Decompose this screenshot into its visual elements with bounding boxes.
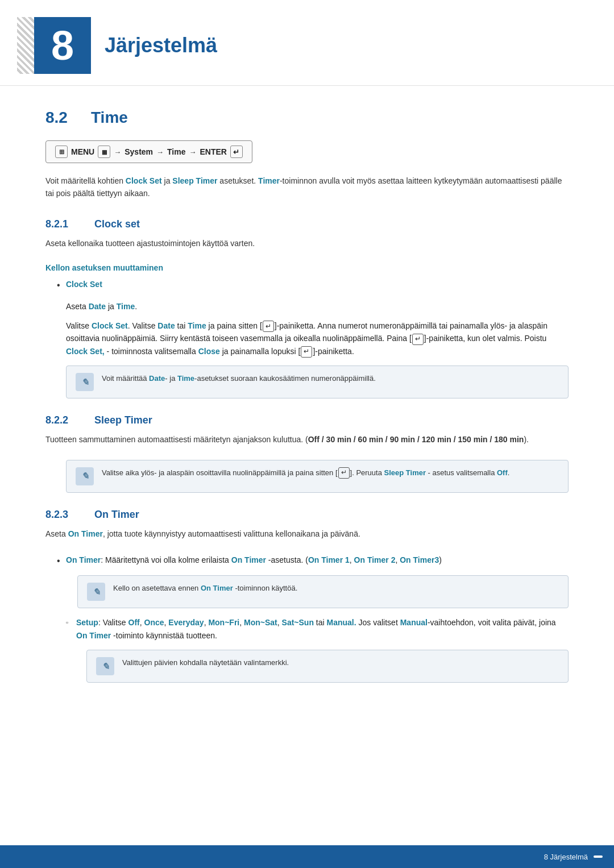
sleep-body-1: Tuotteen sammuttaminen automaattisesti m…	[45, 435, 308, 444]
section-8-2-3-num: 8.2.3	[45, 509, 85, 521]
setup-on-timer: On Timer	[76, 631, 111, 640]
setup-text-9: -vaihtoehdon, voit valita päivät, joina	[428, 618, 556, 627]
time-label: Time	[167, 147, 185, 156]
setup-off: Off	[128, 618, 140, 627]
sleep-body-2: ).	[524, 435, 529, 444]
sub2-text1: Valitse	[66, 321, 92, 330]
chapter-title: Järjestelmä	[105, 34, 217, 57]
section-8-2-2-num: 8.2.2	[45, 414, 85, 426]
sub2-text7: - toiminnosta valitsemalla	[105, 347, 198, 356]
clock-set-bold: Clock Set	[126, 176, 162, 185]
on-timer-3: On Timer	[400, 555, 434, 564]
on-timer-bold2: On Timer	[231, 555, 266, 564]
sleep-note-text-1: Valitse aika ylös- ja alaspäin osoittavi…	[102, 468, 338, 477]
section-8-2-1-heading: 8.2.1 Clock set	[45, 218, 569, 230]
setup-text-2: ,	[140, 618, 144, 627]
sub1-date: Date	[89, 302, 106, 311]
section-8-2-num: 8.2	[45, 109, 80, 127]
page-header: 8 Järjestelmä	[0, 0, 614, 86]
sleep-timer-note: ✎ Valitse aika ylös- ja alaspäin osoitta…	[66, 460, 569, 493]
note-text-3: -asetukset suoraan kaukosäätimen numeron…	[194, 374, 376, 383]
footer-num	[594, 855, 603, 858]
chapter-number: 8	[51, 22, 74, 69]
sleep-note-text-3: - asetus valitsemalla	[426, 468, 497, 477]
section-8-2-3-heading: 8.2.3 On Timer	[45, 509, 569, 521]
section-8-2-title: Time	[91, 109, 128, 127]
setup-bullet-item: Setup: Valitse Off, Once, Everyday, Mon~…	[66, 616, 569, 642]
sub1-text3: .	[135, 302, 137, 311]
on-timer-btext-1: : Määritettynä voi olla kolme erilaista	[101, 555, 231, 564]
sub1-text2: ja	[106, 302, 117, 311]
setup-text-10: -toiminto käynnistää tuotteen.	[111, 631, 217, 640]
sleep-options: Off / 30 min / 60 min / 90 min / 120 min…	[308, 435, 524, 444]
system-label: System	[125, 147, 153, 156]
on-timer-body-1: Aseta	[45, 529, 68, 538]
section-8-2-2-title: Sleep Timer	[94, 414, 152, 426]
sub2-text4: ja paina sitten [	[206, 321, 262, 330]
clock-set-sub1: Aseta Date ja Time.	[45, 300, 569, 313]
on-timer-bullet-list: On Timer: Määritettynä voi olla kolme er…	[45, 554, 569, 566]
note-icon-4: ✎	[96, 657, 114, 675]
final-note: ✎ Valittujen päivien kohdalla näytetään …	[86, 650, 569, 683]
section-8-2-2-heading: 8.2.2 Sleep Timer	[45, 414, 569, 426]
setup-monfri: Mon~Fri	[208, 618, 239, 627]
on-timer-btext-5: )	[439, 555, 442, 564]
menu-label: MENU	[71, 147, 94, 156]
intro-text-3: asetukset.	[217, 176, 258, 185]
sub2-text8: ja painamalla lopuksi [	[220, 347, 301, 356]
sub2-text3: tai	[175, 321, 188, 330]
clock-set-bullet-list: Clock Set	[45, 278, 569, 290]
sleep-note-text-2: ]. Peruuta	[350, 468, 384, 477]
note-icon-1: ✎	[76, 373, 94, 391]
setup-satson: Sat~Sun	[282, 618, 314, 627]
setup-monsat: Mon~Sat	[244, 618, 277, 627]
setup-everyday: Everyday	[168, 618, 204, 627]
note-text-1: Voit määrittää	[102, 374, 149, 383]
sub2-date: Date	[157, 321, 175, 330]
enter-icon-inline-4: ↵	[338, 467, 350, 479]
chapter-number-box: 8	[34, 17, 91, 74]
menu-icon: ⊞	[55, 146, 68, 158]
arrow-2: →	[156, 148, 164, 156]
on-timer-note: ✎ Kello on asetettava ennen On Timer -to…	[77, 575, 569, 608]
arrow-3: →	[189, 148, 196, 156]
final-note-text: Valittujen päivien kohdalla näytetään va…	[122, 657, 289, 669]
grid-icon: ▦	[98, 146, 110, 158]
sub2-cs: Clock Set	[92, 321, 128, 330]
on-timer-1: On Timer 1	[308, 555, 350, 564]
note-text-2: - ja	[165, 374, 177, 383]
enter-icon-inline-1: ↵	[263, 321, 274, 332]
section-8-2-1-num: 8.2.1	[45, 218, 85, 230]
sub2-time: Time	[188, 321, 206, 330]
section-8-2-3-body: Aseta On Timer, jotta tuote käynnyistyy …	[45, 528, 569, 540]
sub2-text2: . Valitse	[128, 321, 158, 330]
setup-text-5: ,	[239, 618, 244, 627]
note-date: Date	[149, 374, 165, 383]
on-timer-bold: On Timer	[68, 529, 103, 538]
clock-set-bullet-item: Clock Set	[57, 278, 569, 290]
setup-text-7: tai	[314, 618, 327, 627]
note-icon-2: ✎	[76, 467, 94, 485]
section-8-2-heading: 8.2 Time	[45, 109, 569, 127]
sub2-cs2: Clock Set,	[66, 347, 105, 356]
sleep-note-timer: Sleep Timer	[384, 468, 426, 477]
timer-bold: Timer	[258, 176, 280, 185]
setup-text-1: : Valitse	[98, 618, 128, 627]
footer-text: 8 Järjestelmä	[544, 853, 588, 861]
enter-icon-inline-3: ↵	[301, 346, 312, 358]
setup-manual: Manual.	[327, 618, 356, 627]
sub1-text1: Aseta	[66, 302, 89, 311]
clock-set-bullet-label: Clock Set	[66, 280, 102, 289]
intro-text-2: ja	[162, 176, 173, 185]
page-footer: 8 Järjestelmä	[0, 845, 614, 868]
clock-set-note: ✎ Voit määrittää Date- ja Time-asetukset…	[66, 366, 569, 398]
note-icon-3: ✎	[87, 583, 105, 601]
arrow-1: →	[114, 148, 121, 156]
intro-text-1: Voit määritellä kohtien	[45, 176, 126, 185]
setup-manual2: Manual	[400, 618, 428, 627]
clock-set-note-text: Voit määrittää Date- ja Time-asetukset s…	[102, 373, 376, 385]
menu-path: ⊞ MENU ▦ → System → Time → ENTER ↵	[45, 140, 252, 163]
note-time: Time	[177, 374, 194, 383]
sleep-timer-note-text: Valitse aika ylös- ja alaspäin osoittavi…	[102, 467, 509, 479]
section-8-2-1-body: Aseta kellonaika tuotteen ajastustoimint…	[45, 237, 569, 250]
